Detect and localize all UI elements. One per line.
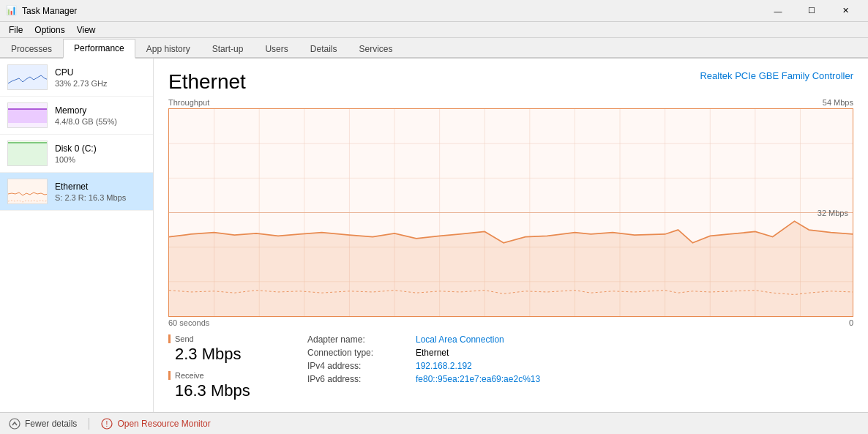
stats-area: Send 2.3 Mbps Receive 16.3 Mbps Adapter … [168, 334, 853, 400]
details-grid: Adapter name: Local Area Connection Conn… [307, 334, 540, 400]
adapter-name-value: Local Area Connection [416, 334, 540, 345]
receive-label: Receive [168, 371, 285, 380]
throughput-label: Throughput [168, 98, 209, 107]
bottom-bar: Fewer details ! Open Resource Monitor [0, 412, 868, 434]
connection-type-value: Ethernet [416, 348, 540, 358]
title-bar: 📊 Task Manager — ☐ ✕ [0, 0, 868, 22]
tab-bar: Processes Performance App history Start-… [0, 38, 868, 59]
adapter-name-key: Adapter name: [307, 334, 410, 345]
memory-info: Memory 4.4/8.0 GB (55%) [55, 105, 146, 126]
cpu-info: CPU 33% 2.73 GHz [55, 67, 146, 88]
ethernet-info: Ethernet S: 2.3 R: 16.3 Mbps [55, 182, 146, 202]
tab-details[interactable]: Details [299, 40, 348, 59]
tab-users[interactable]: Users [254, 40, 299, 59]
cpu-title: CPU [55, 67, 146, 78]
chevron-up-icon [9, 418, 20, 430]
window-controls: — ☐ ✕ [761, 0, 862, 22]
sidebar-item-disk[interactable]: Disk 0 (C:) 100% [0, 135, 153, 173]
sidebar-item-memory[interactable]: Memory 4.4/8.0 GB (55%) [0, 97, 153, 135]
stat-blocks: Send 2.3 Mbps Receive 16.3 Mbps [168, 334, 285, 400]
memory-subtitle: 4.4/8.0 GB (55%) [55, 117, 146, 126]
content-header: Ethernet Realtek PCIe GBE Family Control… [168, 70, 853, 94]
svg-rect-2 [8, 143, 48, 165]
resource-monitor-icon: ! [101, 418, 113, 430]
close-button[interactable]: ✕ [828, 0, 862, 22]
svg-point-25 [10, 419, 20, 429]
chart-svg [169, 109, 853, 316]
tab-startup[interactable]: Start-up [201, 40, 255, 59]
send-label: Send [168, 334, 285, 343]
sidebar: CPU 33% 2.73 GHz Memory 4.4/8.0 GB (55%) [0, 59, 154, 412]
menu-options[interactable]: Options [29, 23, 70, 37]
svg-marker-24 [169, 221, 853, 316]
title-bar-text: Task Manager [22, 6, 761, 16]
minimize-button[interactable]: — [761, 0, 795, 22]
content-area: Ethernet Realtek PCIe GBE Family Control… [154, 59, 868, 412]
cpu-subtitle: 33% 2.73 GHz [55, 79, 146, 88]
ethernet-subtitle: S: 2.3 R: 16.3 Mbps [55, 193, 146, 202]
chart-labels-bottom: 60 seconds 0 [168, 318, 853, 327]
tab-apphistory[interactable]: App history [135, 40, 201, 59]
tab-performance[interactable]: Performance [63, 39, 135, 59]
ipv4-key: IPv4 address: [307, 361, 410, 371]
chart-mid-label: 32 Mbps [818, 209, 848, 217]
receive-value: 16.3 Mbps [168, 381, 285, 400]
fewer-details-label: Fewer details [25, 419, 77, 429]
divider [89, 418, 89, 430]
maximize-button[interactable]: ☐ [795, 0, 828, 22]
send-block: Send 2.3 Mbps [168, 334, 285, 364]
fewer-details-button[interactable]: Fewer details [9, 418, 77, 430]
disk-info: Disk 0 (C:) 100% [55, 143, 146, 164]
tab-services[interactable]: Services [348, 40, 403, 59]
svg-rect-0 [8, 109, 48, 123]
ipv4-value: 192.168.2.192 [416, 361, 540, 371]
send-value: 2.3 Mbps [168, 345, 285, 364]
connection-type-key: Connection type: [307, 348, 410, 358]
sidebar-item-cpu[interactable]: CPU 33% 2.73 GHz [0, 59, 153, 97]
throughput-chart: 32 Mbps [168, 108, 853, 317]
chart-labels-top: Throughput 54 Mbps [168, 98, 853, 107]
ethernet-title: Ethernet [55, 182, 146, 192]
adapter-name: Realtek PCIe GBE Family Controller [700, 70, 853, 81]
memory-title: Memory [55, 105, 146, 116]
cpu-thumbnail [7, 64, 48, 90]
disk-thumbnail [7, 141, 48, 166]
disk-subtitle: 100% [55, 155, 146, 164]
svg-text:!: ! [106, 420, 108, 428]
menu-view[interactable]: View [71, 23, 102, 37]
max-label: 54 Mbps [823, 98, 853, 107]
menu-bar: File Options View [0, 22, 868, 38]
ipv6-value: fe80::95ea:21e7:ea69:ae2c%13 [416, 374, 540, 384]
tab-processes[interactable]: Processes [0, 40, 63, 59]
sidebar-item-ethernet[interactable]: Ethernet S: 2.3 R: 16.3 Mbps [0, 173, 153, 211]
open-resource-monitor-label: Open Resource Monitor [117, 419, 210, 429]
receive-block: Receive 16.3 Mbps [168, 371, 285, 400]
ethernet-thumbnail [7, 179, 48, 204]
open-resource-monitor-button[interactable]: ! Open Resource Monitor [101, 418, 210, 430]
content-title: Ethernet [168, 70, 246, 94]
memory-thumbnail [7, 102, 48, 128]
disk-title: Disk 0 (C:) [55, 143, 146, 154]
time-label: 60 seconds [168, 318, 209, 327]
main-area: CPU 33% 2.73 GHz Memory 4.4/8.0 GB (55%) [0, 59, 868, 412]
menu-file[interactable]: File [3, 23, 29, 37]
app-icon: 📊 [6, 5, 18, 17]
min-label: 0 [849, 318, 853, 327]
ipv6-key: IPv6 address: [307, 374, 410, 384]
